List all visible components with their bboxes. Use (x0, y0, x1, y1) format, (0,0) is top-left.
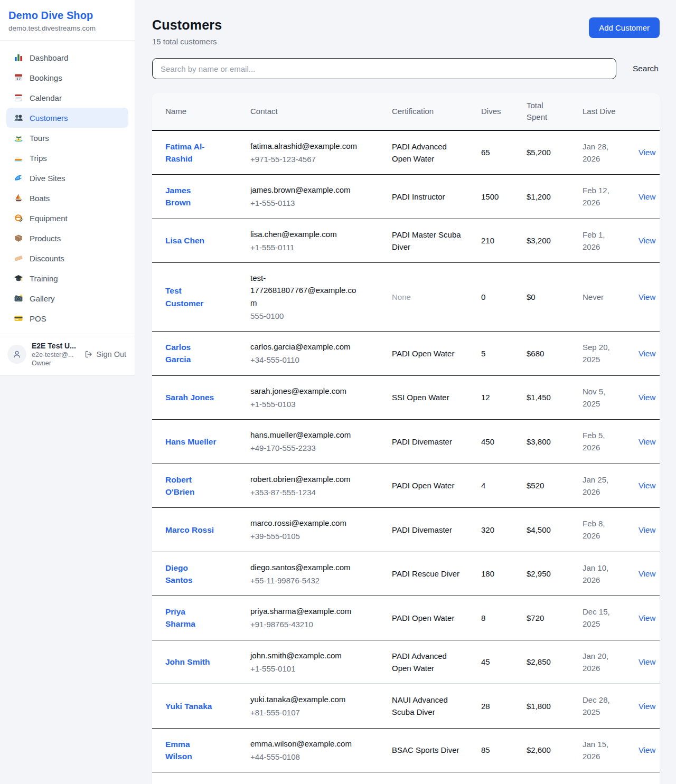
customer-email: priya.sharma@example.com (250, 605, 360, 617)
customer-email: robert.obrien@example.com (250, 473, 360, 485)
view-customer-link[interactable]: View (639, 148, 655, 157)
customer-phone: +1-555-0103 (250, 398, 360, 410)
sidebar-item-label: Gallery (30, 294, 55, 303)
customer-name-link[interactable]: Carlos Garcia (165, 341, 217, 366)
customer-count: 15 total customers (152, 37, 222, 46)
sidebar-item-training[interactable]: Training (6, 268, 128, 288)
customer-name-link[interactable]: John Smith (165, 656, 210, 668)
customer-last-dive: Feb 12, 2026 (583, 186, 609, 207)
customer-phone: +971-55-123-4567 (250, 153, 360, 165)
search-button[interactable]: Search (632, 62, 660, 75)
customer-name-link[interactable]: Emma Wilson (165, 738, 217, 763)
sidebar-item-tours[interactable]: Tours (6, 128, 128, 148)
view-customer-link[interactable]: View (639, 292, 655, 301)
sidebar-item-products[interactable]: Products (6, 228, 128, 248)
view-customer-link[interactable]: View (639, 745, 655, 754)
view-customer-link[interactable]: View (639, 525, 655, 534)
add-customer-button[interactable]: Add Customer (589, 17, 660, 38)
sidebar-item-customers[interactable]: Customers (6, 108, 128, 128)
customer-name-link[interactable]: Marco Rossi (165, 524, 214, 536)
sign-out-label: Sign Out (97, 350, 126, 358)
customer-certification: PADI Advanced Open Water (392, 142, 447, 163)
view-customer-link[interactable]: View (639, 393, 655, 402)
customer-dives: 320 (481, 525, 494, 534)
sidebar-item-label: Customers (30, 114, 68, 122)
customer-total-spent: $1,200 (527, 192, 551, 201)
view-customer-link[interactable]: View (639, 702, 655, 711)
customer-name-link[interactable]: Fatima Al-Rashid (165, 140, 217, 165)
user-role: Owner (32, 360, 78, 367)
user-panel: E2E Test U... e2e-tester@... Owner Sign … (0, 334, 135, 375)
view-customer-link[interactable]: View (639, 192, 655, 201)
customers-table: Name Contact Certification Dives Total S… (152, 93, 660, 784)
view-customer-link[interactable]: View (639, 613, 655, 622)
calendar-icon (14, 93, 23, 102)
search-bar: Search (152, 58, 660, 79)
sailboat-icon (14, 193, 23, 203)
sidebar-item-equipment[interactable]: Equipment (6, 208, 128, 228)
customer-name-link[interactable]: Robert O'Brien (165, 474, 217, 498)
column-header-total-spent: Total Spent (518, 93, 574, 130)
customer-dives: 5 (481, 349, 485, 358)
customer-certification: PADI Open Water (392, 349, 454, 358)
sidebar-item-calendar[interactable]: Calendar (6, 88, 128, 108)
customer-contact: diego.santos@example.com +55-11-99876-54… (250, 561, 360, 587)
view-customer-link[interactable]: View (639, 657, 655, 666)
customer-email: yuki.tanaka@example.com (250, 693, 360, 705)
column-header-name: Name (152, 93, 242, 130)
customer-name-link[interactable]: Diego Santos (165, 562, 217, 587)
page-title: Customers (152, 17, 222, 33)
customer-phone: +39-555-0105 (250, 530, 360, 542)
sidebar-item-bookings[interactable]: 17 Bookings (6, 68, 128, 88)
user-meta: E2E Test U... e2e-tester@... Owner (32, 342, 78, 367)
customer-last-dive: Sep 20, 2025 (583, 343, 610, 364)
customer-last-dive: Feb 8, 2026 (583, 519, 605, 540)
customer-last-dive: Jan 28, 2026 (583, 142, 608, 163)
view-customer-link[interactable]: View (639, 236, 655, 245)
customer-dives: 1500 (481, 192, 499, 201)
customer-name-link[interactable]: Test Customer (165, 285, 217, 309)
sidebar: Demo Dive Shop demo.test.divestreams.com… (0, 0, 135, 376)
calendar-date-icon: 17 (14, 73, 23, 82)
customer-total-spent: $2,850 (527, 657, 551, 666)
customer-email: diego.santos@example.com (250, 561, 360, 573)
sidebar-item-trips[interactable]: Trips (6, 148, 128, 168)
customer-dives: 12 (481, 393, 490, 402)
sidebar-item-dashboard[interactable]: Dashboard (6, 48, 128, 68)
customer-row: Carlos Garcia carlos.garcia@example.com … (152, 332, 660, 376)
sidebar-item-gallery[interactable]: Gallery (6, 288, 128, 308)
customer-certification: PADI Master Scuba Diver (392, 230, 461, 251)
customer-last-dive: Dec 15, 2025 (583, 607, 610, 628)
view-customer-link[interactable]: View (639, 349, 655, 358)
sidebar-item-pos[interactable]: POS (6, 308, 128, 328)
view-customer-link[interactable]: View (639, 569, 655, 578)
customer-contact: yuki.tanaka@example.com +81-555-0107 (250, 693, 360, 719)
sign-out-button[interactable]: Sign Out (83, 350, 127, 358)
customer-row: Diego Santos diego.santos@example.com +5… (152, 552, 660, 596)
customer-row: John Smith john.smith@example.com +1-555… (152, 640, 660, 684)
customer-contact: john.smith@example.com +1-555-0101 (250, 649, 360, 675)
search-input[interactable] (152, 58, 616, 79)
customer-total-spent: $3,200 (527, 236, 551, 245)
sidebar-item-boats[interactable]: Boats (6, 188, 128, 208)
sidebar-item-discounts[interactable]: Discounts (6, 248, 128, 268)
view-customer-link[interactable]: View (639, 481, 655, 490)
customer-name-link[interactable]: James Brown (165, 184, 217, 209)
customer-name-link[interactable]: Lisa Chen (165, 234, 204, 247)
customer-last-dive: Jan 10, 2026 (583, 563, 608, 584)
brand-header: Demo Dive Shop demo.test.divestreams.com (0, 0, 135, 41)
customer-name-link[interactable]: Priya Sharma (165, 606, 217, 630)
bar-chart-icon (14, 53, 23, 62)
customer-dives: 4 (481, 481, 485, 490)
column-header-dives: Dives (473, 93, 518, 130)
sign-out-icon (84, 350, 93, 358)
view-customer-link[interactable]: View (639, 437, 655, 446)
customer-name-link[interactable]: Sarah Jones (165, 391, 214, 403)
customer-row: Emma Wilson emma.wilson@example.com +44-… (152, 728, 660, 772)
customer-email: hans.mueller@example.com (250, 429, 360, 441)
customer-total-spent: $520 (527, 481, 544, 490)
customer-name-link[interactable]: Yuki Tanaka (165, 700, 212, 712)
customer-name-link[interactable]: Hans Mueller (165, 436, 216, 448)
customer-phone: 555-0100 (250, 310, 360, 322)
sidebar-item-dive-sites[interactable]: Dive Sites (6, 168, 128, 188)
